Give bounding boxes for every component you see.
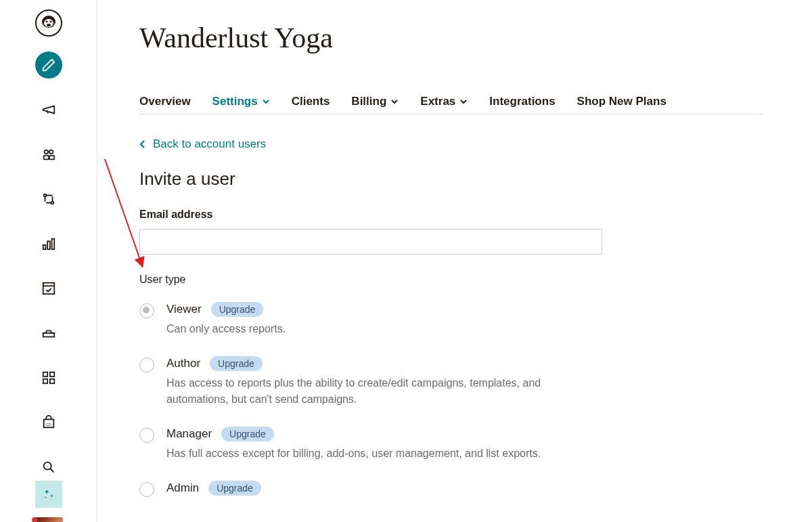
tab-billing[interactable]: Billing <box>351 95 399 108</box>
radio-title: Admin <box>166 481 199 495</box>
tab-settings[interactable]: Settings <box>212 95 270 108</box>
main-content: Wanderlust Yoga Overview Settings Client… <box>139 22 762 519</box>
svg-point-6 <box>44 150 48 154</box>
apps-icon[interactable] <box>35 364 62 391</box>
email-field[interactable] <box>139 229 602 255</box>
svg-rect-20 <box>49 379 53 383</box>
chevron-down-icon <box>459 95 468 108</box>
svg-rect-13 <box>47 241 50 249</box>
audience-icon[interactable] <box>35 141 62 168</box>
sidebar-bottom <box>35 481 63 522</box>
svg-rect-16 <box>43 333 54 337</box>
upgrade-badge[interactable]: Upgrade <box>208 481 261 496</box>
radio-button[interactable] <box>139 357 154 372</box>
analytics-icon[interactable] <box>35 230 62 257</box>
radio-title: Author <box>166 357 200 370</box>
svg-rect-19 <box>43 379 47 383</box>
svg-text:CO: CO <box>45 422 51 427</box>
tab-shop-plans[interactable]: Shop New Plans <box>577 95 667 108</box>
radio-manager: Manager Upgrade Has full access except f… <box>139 427 762 462</box>
radio-admin: Admin Upgrade <box>139 481 762 500</box>
svg-rect-15 <box>43 283 54 295</box>
chevron-down-icon <box>262 95 270 108</box>
mailchimp-logo[interactable] <box>35 9 62 37</box>
automations-icon[interactable] <box>35 186 62 213</box>
tab-integrations[interactable]: Integrations <box>489 95 555 108</box>
tab-clients[interactable]: Clients <box>292 95 330 108</box>
svg-line-24 <box>105 159 142 265</box>
user-type-label: User type <box>139 274 762 286</box>
page-title: Wanderlust Yoga <box>139 22 762 54</box>
svg-point-7 <box>49 150 53 154</box>
tabs: Overview Settings Clients Billing Extras… <box>139 95 762 114</box>
radio-author: Author Upgrade Has access to reports plu… <box>139 356 762 408</box>
radio-desc: Can only access reports. <box>166 321 600 337</box>
svg-point-5 <box>47 24 51 26</box>
avatar[interactable] <box>35 517 63 522</box>
svg-rect-12 <box>43 245 45 249</box>
svg-point-11 <box>51 202 53 204</box>
radio-desc: Has full access except for billing, add-… <box>166 445 600 462</box>
svg-point-4 <box>49 21 51 23</box>
radio-button[interactable] <box>139 428 154 443</box>
svg-point-23 <box>43 462 51 470</box>
radio-title: Viewer <box>166 303 202 316</box>
campaigns-icon[interactable] <box>35 96 62 123</box>
upgrade-badge[interactable]: Upgrade <box>210 356 263 371</box>
tab-overview[interactable]: Overview <box>139 95 191 108</box>
chevron-down-icon <box>390 95 399 108</box>
upgrade-badge[interactable]: Upgrade <box>221 427 274 441</box>
search-icon[interactable] <box>35 454 62 481</box>
back-link[interactable]: Back to account users <box>139 137 266 151</box>
radio-button[interactable] <box>139 482 154 497</box>
website-icon[interactable] <box>35 320 62 347</box>
section-title: Invite a user <box>139 169 762 190</box>
chevron-left-icon <box>139 139 146 149</box>
commerce-icon[interactable]: CO <box>35 409 62 436</box>
email-label: Email address <box>139 209 762 221</box>
radio-button[interactable] <box>139 303 154 318</box>
svg-rect-14 <box>51 239 54 250</box>
create-icon[interactable] <box>35 51 62 79</box>
radio-viewer: Viewer Upgrade Can only access reports. <box>139 302 762 337</box>
svg-rect-17 <box>43 372 47 376</box>
radio-desc: Has access to reports plus the ability t… <box>166 375 600 408</box>
svg-point-10 <box>43 194 46 197</box>
svg-point-3 <box>45 21 47 23</box>
sparkle-icon[interactable] <box>35 481 62 508</box>
radio-title: Manager <box>166 427 212 441</box>
svg-rect-18 <box>49 372 53 376</box>
nav-icons: CO <box>35 51 62 481</box>
sidebar: CO <box>0 0 97 522</box>
tab-extras[interactable]: Extras <box>420 95 468 108</box>
content-icon[interactable] <box>35 275 62 302</box>
svg-rect-9 <box>49 156 53 160</box>
upgrade-badge[interactable]: Upgrade <box>211 302 264 317</box>
svg-rect-8 <box>43 156 48 160</box>
